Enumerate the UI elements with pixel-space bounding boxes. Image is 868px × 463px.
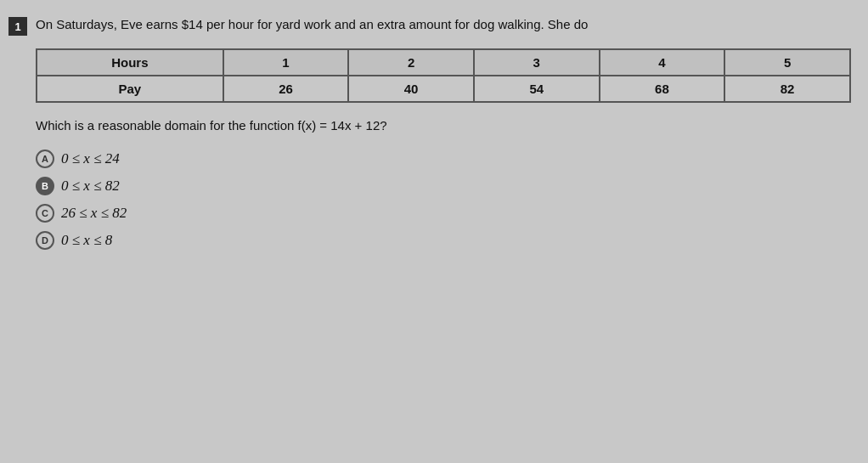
choice-badge-d: D bbox=[36, 231, 54, 250]
choice-a[interactable]: A 0 ≤ x ≤ 24 bbox=[36, 150, 851, 168]
table-cell-54: 54 bbox=[474, 76, 600, 102]
choice-text-d: 0 ≤ x ≤ 8 bbox=[61, 232, 112, 249]
answer-choices: A 0 ≤ x ≤ 24 B 0 ≤ x ≤ 82 C 26 ≤ x ≤ 82 … bbox=[36, 150, 851, 250]
choice-text-a: 0 ≤ x ≤ 24 bbox=[61, 150, 120, 167]
question-body: On Saturdays, Eve earns $14 per hour for… bbox=[36, 15, 851, 250]
choice-b[interactable]: B 0 ≤ x ≤ 82 bbox=[36, 177, 851, 195]
table-row-label: Pay bbox=[37, 76, 223, 102]
question-container: 1 On Saturdays, Eve earns $14 per hour f… bbox=[0, 0, 868, 463]
table-header-hours: Hours bbox=[37, 49, 223, 76]
table-cell-26: 26 bbox=[223, 76, 349, 102]
choice-d[interactable]: D 0 ≤ x ≤ 8 bbox=[36, 231, 851, 250]
question-text: On Saturdays, Eve earns $14 per hour for… bbox=[36, 15, 851, 33]
data-table: Hours 1 2 3 4 5 Pay 26 40 54 68 82 bbox=[36, 48, 851, 103]
choice-text-b: 0 ≤ x ≤ 82 bbox=[61, 178, 120, 195]
choice-text-c: 26 ≤ x ≤ 82 bbox=[61, 205, 127, 222]
question-number-badge: 1 bbox=[8, 17, 27, 36]
table-cell-82: 82 bbox=[724, 76, 850, 102]
table-cell-40: 40 bbox=[348, 76, 474, 102]
table-header-3: 3 bbox=[474, 49, 600, 76]
table-cell-68: 68 bbox=[600, 76, 725, 102]
table-header-5: 5 bbox=[724, 49, 850, 76]
table-header-1: 1 bbox=[223, 49, 349, 76]
table-header-4: 4 bbox=[600, 49, 725, 76]
choice-c[interactable]: C 26 ≤ x ≤ 82 bbox=[36, 204, 851, 223]
table-header-2: 2 bbox=[348, 49, 474, 76]
choice-badge-b: B bbox=[36, 177, 54, 195]
choice-badge-c: C bbox=[36, 204, 54, 223]
domain-question: Which is a reasonable domain for the fun… bbox=[36, 118, 851, 133]
choice-badge-a: A bbox=[36, 150, 54, 168]
